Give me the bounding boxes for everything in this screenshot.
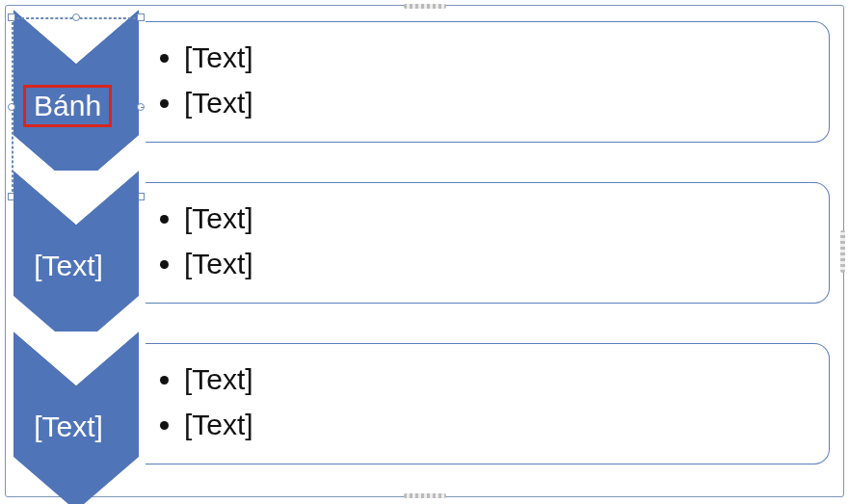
list-item[interactable]: [Text] (184, 197, 809, 242)
list-item[interactable]: [Text] (184, 242, 809, 287)
smartart-step-2[interactable]: [Text] [Text] [Text] (6, 174, 843, 338)
list-item[interactable]: [Text] (184, 358, 809, 403)
chevron-label-1[interactable]: Bánh (23, 85, 112, 127)
list-item[interactable]: [Text] (184, 36, 809, 81)
smartart-step-1[interactable]: Bánh [Text] [Text] (6, 13, 843, 177)
canvas-resize-top[interactable] (404, 4, 446, 9)
content-box-3[interactable]: [Text] [Text] (146, 343, 830, 464)
chevron-label-3[interactable]: [Text] (6, 411, 131, 443)
content-box-2[interactable]: [Text] [Text] (146, 182, 830, 304)
content-box-1[interactable]: [Text] [Text] (146, 21, 830, 143)
list-item[interactable]: [Text] (184, 403, 809, 448)
chevron-label-2[interactable]: [Text] (6, 250, 131, 282)
smartart-canvas[interactable]: Bánh [Text] [Text] (5, 5, 844, 497)
list-item[interactable]: [Text] (184, 81, 809, 126)
smartart-step-3[interactable]: [Text] [Text] [Text] (6, 335, 843, 499)
